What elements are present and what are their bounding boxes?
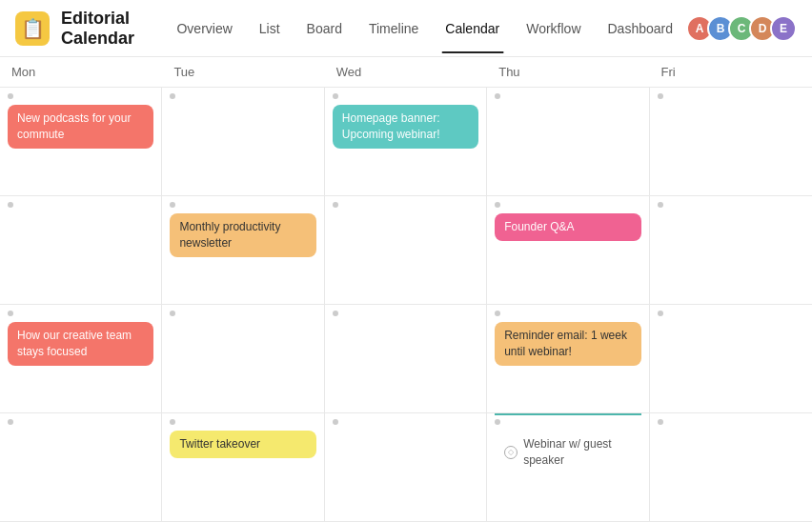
event-webinar-label: Webinar w/ guest speaker [523, 436, 631, 469]
app-title: Editorial Calendar [61, 9, 140, 49]
nav-calendar[interactable]: Calendar [432, 13, 513, 44]
day-header-mon: Mon [0, 57, 162, 87]
cell-r2-tue: Monthly productivity newsletter [162, 196, 324, 305]
event-webinar-guest[interactable]: Webinar w/ guest speaker [495, 431, 640, 474]
cell-r3-wed [325, 305, 487, 413]
avatar-5[interactable]: E [770, 15, 797, 42]
app-container: 📋 Editorial Calendar Overview List Board… [0, 0, 812, 522]
cell-dot [8, 93, 13, 99]
event-twitter-takeover[interactable]: Twitter takeover [170, 431, 315, 458]
main-nav: Overview List Board Timeline Calendar Wo… [163, 13, 686, 44]
nav-board[interactable]: Board [294, 13, 355, 44]
cell-r1-tue [162, 88, 324, 196]
cell-dot [8, 419, 13, 425]
cell-r1-fri [650, 88, 812, 196]
cell-r4-tue: Twitter takeover [162, 413, 324, 522]
cell-r1-wed: Homepage banner: Upcoming webinar! [325, 88, 487, 196]
day-header-fri: Fri [650, 57, 812, 87]
cell-r4-thu: Webinar w/ guest speaker [487, 413, 649, 522]
header: 📋 Editorial Calendar Overview List Board… [0, 0, 812, 57]
event-founder-qa[interactable]: Founder Q&A [495, 213, 640, 241]
calendar-body: New podcasts for your commute Homepage b… [0, 88, 812, 522]
cell-r3-thu: Reminder email: 1 week until webinar! [487, 305, 649, 413]
cell-r2-thu: Founder Q&A [487, 196, 649, 305]
cell-dot [495, 202, 500, 208]
cell-dot [658, 202, 663, 208]
avatar-group: A B C D E [686, 15, 797, 42]
cell-r1-mon: New podcasts for your commute [0, 88, 162, 196]
cell-dot [495, 311, 500, 316]
cell-dot [658, 311, 663, 316]
cell-dot [170, 202, 175, 208]
cell-r2-mon [0, 196, 162, 305]
event-homepage-banner[interactable]: Homepage banner: Upcoming webinar! [333, 105, 478, 149]
cell-dot [8, 311, 13, 316]
event-reminder-email[interactable]: Reminder email: 1 week until webinar! [495, 322, 640, 366]
cell-r4-mon [0, 413, 162, 522]
cell-r3-mon: How our creative team stays focused [0, 305, 162, 413]
cell-dot [8, 202, 13, 208]
nav-workflow[interactable]: Workflow [513, 13, 594, 44]
cell-dot [333, 311, 338, 316]
cell-r2-wed [325, 196, 487, 305]
event-new-podcasts[interactable]: New podcasts for your commute [8, 105, 153, 149]
cell-r1-thu [487, 88, 649, 196]
cell-r3-tue [162, 305, 324, 413]
calendar: Mon Tue Wed Thu Fri New podcasts for you… [0, 57, 812, 522]
ghost-icon [504, 446, 518, 459]
cell-r4-fri [650, 413, 812, 522]
day-headers: Mon Tue Wed Thu Fri [0, 57, 812, 88]
cell-r3-fri [650, 305, 812, 413]
event-creative-team[interactable]: How our creative team stays focused [8, 322, 153, 366]
app-icon: 📋 [15, 11, 50, 46]
nav-overview[interactable]: Overview [163, 13, 245, 44]
nav-timeline[interactable]: Timeline [355, 13, 432, 44]
day-header-thu: Thu [487, 57, 649, 87]
cell-dot [658, 419, 663, 425]
nav-list[interactable]: List [246, 13, 294, 44]
event-monthly-newsletter[interactable]: Monthly productivity newsletter [170, 213, 315, 257]
cell-dot [170, 93, 175, 99]
day-header-tue: Tue [162, 57, 324, 87]
cell-dot [495, 419, 500, 425]
cell-dot [658, 93, 663, 99]
cell-r4-wed [325, 413, 487, 522]
cell-dot [495, 93, 500, 99]
app-icon-emoji: 📋 [21, 17, 45, 40]
webinar-top-border [495, 413, 640, 415]
day-header-wed: Wed [325, 57, 487, 87]
cell-dot [170, 311, 175, 316]
cell-dot [170, 419, 175, 425]
cell-r2-fri [650, 196, 812, 305]
cell-dot [333, 93, 338, 99]
cell-dot [333, 419, 338, 425]
nav-dashboard[interactable]: Dashboard [595, 13, 687, 44]
cell-dot [333, 202, 338, 208]
